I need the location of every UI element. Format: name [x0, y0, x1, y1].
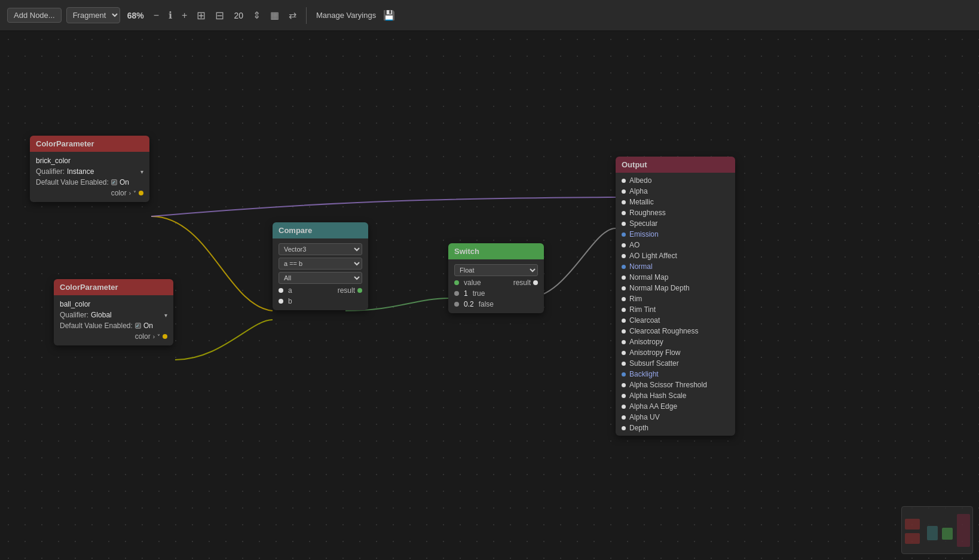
toolbar-divider: [306, 7, 307, 24]
output-port-dot: [622, 222, 626, 226]
node1-default-row: Default Value Enabled: On: [30, 177, 149, 188]
output-port-row: Depth: [616, 423, 735, 433]
node2-color-dot: [163, 334, 167, 339]
zoom-number: 20: [234, 11, 243, 20]
output-port-label: Clearcoat Roughness: [629, 327, 698, 335]
toolbar: Add Node... Fragment 68% − ℹ + ⊞ ⊟ 20 ⇕ …: [0, 0, 979, 31]
add-node-button[interactable]: Add Node...: [7, 8, 62, 23]
node2-qualifier-arrow[interactable]: ▾: [164, 312, 167, 319]
switch-false-val: 0.2: [464, 300, 474, 308]
zoom-in-button[interactable]: +: [179, 9, 189, 22]
node2-default-value: On: [143, 322, 153, 330]
output-port-dot: [622, 179, 626, 183]
node2-color-collapse[interactable]: ˅: [157, 333, 160, 340]
output-port-dot: [622, 340, 626, 344]
switch-type-row: Float: [448, 263, 544, 277]
node2-default-label: Default Value Enabled:: [60, 322, 133, 330]
updown-icon[interactable]: ⇕: [250, 8, 263, 22]
compare-a-row: a result: [273, 285, 368, 296]
output-port-label: Specular: [629, 219, 657, 228]
switch-body: Float value result 1 true 0.2 false: [448, 259, 544, 313]
zoom-out-button[interactable]: −: [151, 9, 161, 22]
output-port-dot: [622, 405, 626, 409]
output-port-label: Rim: [629, 295, 642, 303]
output-port-row: Alpha UV: [616, 412, 735, 423]
node-canvas[interactable]: ColorParameter brick_color Qualifier: In…: [0, 31, 979, 560]
output-port-dot: [622, 383, 626, 387]
compare-b-dot: [279, 299, 283, 304]
switch-false-row: 0.2 false: [448, 299, 544, 310]
output-port-row: Metallic: [616, 197, 735, 207]
node1-color-label: color: [111, 189, 127, 197]
minimap-node-switch: [942, 528, 953, 540]
node1-name-row: brick_color: [30, 155, 149, 166]
switch-type-select[interactable]: Float: [454, 264, 538, 276]
output-port-row: Normal Map Depth: [616, 283, 735, 293]
node1-qualifier-label: Qualifier:: [36, 167, 65, 176]
info-button[interactable]: ℹ: [166, 8, 175, 22]
output-port-row: Roughness: [616, 207, 735, 218]
node2-color-expand[interactable]: ›: [153, 333, 155, 340]
switch-true-val: 1: [464, 289, 468, 298]
node1-qualifier-row: Qualifier: Instance ▾: [30, 166, 149, 177]
output-port-label: Anisotropy: [629, 338, 663, 346]
mode-select[interactable]: Fragment: [66, 7, 120, 23]
node1-default-checkbox[interactable]: [111, 179, 117, 185]
manage-varyings-button[interactable]: Manage Varyings: [316, 11, 376, 20]
node1-default-value: On: [120, 178, 129, 186]
compare-filter-select[interactable]: All: [279, 272, 362, 284]
output-port-row: Backlight: [616, 369, 735, 380]
node2-qualifier-label: Qualifier:: [60, 311, 88, 319]
output-port-label: AO Light Affect: [629, 252, 677, 260]
output-port-dot: [622, 232, 626, 237]
node2-body: ball_color Qualifier: Global ▾ Default V…: [54, 295, 173, 345]
node2-default-checkbox[interactable]: [135, 323, 141, 329]
output-port-label: Normal: [629, 262, 653, 271]
switch-true-row: 1 true: [448, 288, 544, 299]
output-port-row: Normal: [616, 261, 735, 272]
compare-body: Vector3 a == b All a result: [273, 238, 368, 310]
save-icon[interactable]: 💾: [381, 8, 397, 22]
output-port-label: Subsurf Scatter: [629, 359, 679, 368]
output-port-dot: [622, 372, 626, 377]
minimap-node-output: [957, 514, 970, 547]
compare-b-label: b: [288, 297, 292, 305]
node1-body: brick_color Qualifier: Instance ▾ Defaul…: [30, 152, 149, 202]
compare-result-label: result: [338, 286, 355, 295]
output-port-label: Backlight: [629, 370, 659, 378]
layout1-icon[interactable]: ▦: [268, 8, 282, 22]
color-parameter-node-2: ColorParameter ball_color Qualifier: Glo…: [54, 279, 173, 345]
node1-qualifier-arrow[interactable]: ▾: [140, 169, 143, 175]
grid1-icon[interactable]: ⊞: [194, 8, 208, 23]
output-port-label: Rim Tint: [629, 305, 656, 314]
output-port-label: Depth: [629, 424, 648, 432]
switch-true-label: true: [473, 289, 485, 298]
compare-type-select[interactable]: Vector3: [279, 243, 362, 255]
grid2-icon[interactable]: ⊟: [213, 8, 227, 23]
output-port-dot: [622, 394, 626, 398]
node2-color-label: color: [135, 332, 151, 341]
output-port-dot: [622, 415, 626, 420]
zoom-level: 68%: [127, 11, 144, 20]
compare-condition-select[interactable]: a == b: [279, 258, 362, 270]
output-port-label: Emission: [629, 230, 659, 238]
output-port-row: Specular: [616, 218, 735, 229]
output-port-row: Rim: [616, 293, 735, 304]
node1-header: ColorParameter: [30, 136, 149, 152]
node1-color-collapse[interactable]: ˅: [133, 190, 136, 197]
output-port-row: Rim Tint: [616, 304, 735, 315]
switch-value-dot: [454, 280, 459, 285]
node2-color-row: color › ˅: [54, 331, 173, 342]
output-port-dot: [622, 243, 626, 247]
output-port-dot: [622, 319, 626, 323]
node1-qualifier-value: Instance: [67, 167, 94, 176]
node1-color-expand[interactable]: ›: [129, 190, 131, 197]
layout2-icon[interactable]: ⇄: [286, 8, 299, 22]
output-port-dot: [622, 254, 626, 258]
node2-name-row: ball_color: [54, 299, 173, 310]
minimap-inner: [902, 507, 972, 553]
switch-true-input-dot: [454, 291, 459, 296]
output-port-label: Anisotropy Flow: [629, 348, 680, 357]
output-port-row: Alpha AA Edge: [616, 401, 735, 412]
output-port-dot: [622, 426, 626, 430]
